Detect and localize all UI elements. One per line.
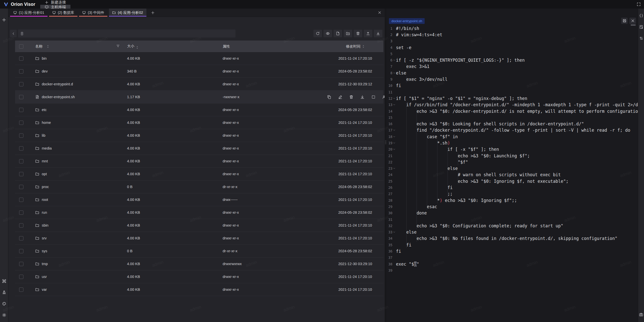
- table-row[interactable]: srv4.00 KBdrwxr-xr-x2021-11-24 17:20:10: [15, 232, 383, 245]
- close-tabs-button[interactable]: [375, 9, 385, 17]
- row-checkbox[interactable]: [19, 95, 23, 99]
- table-row[interactable]: lib4.00 KBdrwxr-xr-x2021-11-24 17:20:10: [15, 129, 383, 142]
- row-checkbox[interactable]: [19, 262, 23, 266]
- file-name[interactable]: root: [42, 198, 48, 202]
- row-checkbox[interactable]: [19, 223, 23, 228]
- braces-button[interactable]: [639, 14, 643, 18]
- table-row[interactable]: run4.00 KBdrwxr-xr-x2024-05-28 23:58:02: [15, 206, 383, 219]
- table-row[interactable]: home4.00 KBdrwxr-xr-x2021-11-24 17:20:10: [15, 116, 383, 129]
- open-file-tab[interactable]: docker-entrypoint.sh: [389, 18, 425, 24]
- new-file-button[interactable]: [334, 30, 342, 37]
- row-checkbox[interactable]: [19, 210, 23, 215]
- permission-action-button[interactable]: [382, 95, 385, 99]
- row-checkbox[interactable]: [19, 288, 23, 292]
- fold-icon[interactable]: [392, 103, 396, 106]
- session-tab[interactable]: (1) 应用-分析01: [10, 9, 48, 17]
- row-checkbox[interactable]: [19, 159, 23, 163]
- sort-toggle[interactable]: [136, 46, 138, 49]
- add-tab-button[interactable]: [148, 9, 158, 17]
- table-row[interactable]: dev340 Bdrwxr-xr-x2024-05-28 23:58:02: [15, 65, 383, 78]
- table-row[interactable]: mnt4.00 KBdrwxr-xr-x2021-11-24 17:20:10: [15, 155, 383, 168]
- row-checkbox[interactable]: [19, 69, 23, 74]
- edit-action-button[interactable]: [338, 95, 342, 99]
- stamp-button[interactable]: [2, 290, 6, 295]
- fold-icon[interactable]: [392, 231, 396, 233]
- table-row[interactable]: sbin4.00 KBdrwxr-xr-x2021-11-24 17:20:10: [15, 219, 383, 232]
- download-button[interactable]: [374, 30, 382, 37]
- path-input[interactable]: [25, 29, 235, 38]
- row-checkbox[interactable]: [19, 172, 23, 176]
- table-row[interactable]: root4.00 KBdrwx------2021-11-24 17:20:10: [15, 193, 383, 206]
- row-checkbox[interactable]: [19, 82, 23, 86]
- file-name[interactable]: etc: [42, 108, 47, 112]
- table-row[interactable]: usr4.00 KBdrwxr-xr-x2021-11-24 17:20:10: [15, 270, 383, 283]
- filter-icon[interactable]: [116, 44, 120, 49]
- file-name[interactable]: bin: [42, 56, 47, 60]
- fold-icon[interactable]: [392, 72, 396, 74]
- row-checkbox[interactable]: [19, 146, 23, 151]
- command-button[interactable]: [2, 279, 6, 284]
- screenshot-button[interactable]: [639, 312, 643, 317]
- fold-icon[interactable]: [392, 142, 396, 144]
- session-tab[interactable]: (2) 数据库: [49, 9, 77, 17]
- move-action-button[interactable]: [371, 95, 376, 99]
- row-checkbox[interactable]: [19, 249, 23, 253]
- file-name[interactable]: run: [42, 210, 47, 214]
- upload-button[interactable]: [364, 30, 372, 37]
- save-file-button[interactable]: [621, 18, 628, 24]
- fold-icon[interactable]: [392, 167, 396, 170]
- session-tab[interactable]: (4) 应用-分析02: [109, 9, 146, 17]
- delete-button[interactable]: [354, 30, 362, 37]
- table-row[interactable]: media4.00 KBdrwxr-xr-x2021-11-24 17:20:1…: [15, 142, 383, 155]
- table-row[interactable]: tmp4.00 KBdrwxrwxrwx2021-12-30 03:29:10: [15, 258, 383, 270]
- table-row[interactable]: docker-entrypoint.sh1.17 KB-rwxrwxr-x: [15, 91, 383, 103]
- session-tab[interactable]: (3) 中间件: [79, 9, 107, 17]
- swap-vertical-button[interactable]: [639, 36, 643, 41]
- fold-icon[interactable]: [392, 59, 396, 61]
- new-folder-button[interactable]: [344, 30, 352, 37]
- delete-action-button[interactable]: [349, 95, 353, 99]
- row-checkbox[interactable]: [19, 185, 23, 189]
- row-checkbox[interactable]: [19, 275, 23, 279]
- close-editor-button[interactable]: [629, 18, 636, 24]
- file-name[interactable]: tmp: [42, 262, 48, 266]
- row-checkbox[interactable]: [19, 236, 23, 240]
- table-row[interactable]: opt4.00 KBdrwxr-xr-x2021-11-24 17:20:10: [15, 168, 383, 181]
- file-name[interactable]: opt: [42, 172, 47, 176]
- table-row[interactable]: proc0 Bdr-xr-xr-x2024-05-28 23:58:02: [15, 181, 383, 193]
- file-name[interactable]: var: [42, 288, 47, 292]
- code-area[interactable]: 1#!/bin/sh2# vim:sw=4:ts=4:et34set -e56i…: [386, 25, 638, 322]
- file-name[interactable]: docker-entrypoint.d: [42, 82, 73, 86]
- fold-icon[interactable]: [392, 129, 396, 131]
- refresh-button[interactable]: [313, 30, 322, 37]
- table-row[interactable]: var4.00 KBdrwxr-xr-x2021-11-24 17:20:10: [15, 283, 383, 296]
- file-name[interactable]: dev: [42, 69, 48, 73]
- fold-icon[interactable]: [392, 148, 396, 151]
- table-row[interactable]: docker-entrypoint.d4.00 KBdrwxr-xr-x2021…: [15, 78, 383, 91]
- script-doc-button[interactable]: [639, 25, 643, 30]
- file-name[interactable]: usr: [42, 275, 47, 279]
- select-all-checkbox[interactable]: [19, 44, 23, 49]
- row-checkbox[interactable]: [19, 108, 23, 112]
- file-name[interactable]: mnt: [42, 159, 48, 163]
- file-name[interactable]: sys: [42, 249, 47, 253]
- file-name[interactable]: lib: [42, 133, 46, 137]
- fold-icon[interactable]: [392, 97, 396, 100]
- row-checkbox[interactable]: [19, 198, 23, 202]
- copy-action-button[interactable]: [327, 95, 331, 99]
- file-name[interactable]: srv: [42, 236, 47, 240]
- palette-button[interactable]: [2, 302, 6, 307]
- row-checkbox[interactable]: [19, 133, 23, 138]
- nav-item-plus[interactable]: 新建连接: [40, 0, 70, 5]
- download-action-button[interactable]: [360, 95, 365, 99]
- table-row[interactable]: sys0 Bdr-xr-xr-x2024-05-28 23:58:02: [15, 245, 383, 258]
- gear-button[interactable]: [2, 313, 6, 318]
- table-row[interactable]: etc4.00 KBdrwxr-xr-x2024-05-28 23:58:02: [15, 103, 383, 116]
- row-checkbox[interactable]: [19, 56, 23, 61]
- preview-button[interactable]: [324, 30, 332, 37]
- sort-toggle[interactable]: [47, 45, 49, 48]
- file-name[interactable]: docker-entrypoint.sh: [42, 95, 75, 99]
- sort-toggle[interactable]: [362, 45, 365, 48]
- editor-scrollbar-thumb[interactable]: [631, 24, 636, 26]
- file-name[interactable]: sbin: [42, 223, 49, 227]
